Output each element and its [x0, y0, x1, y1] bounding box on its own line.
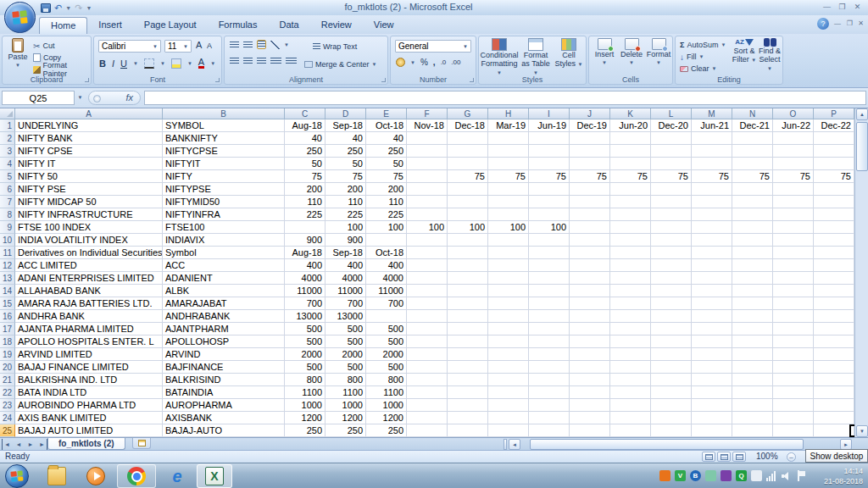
- cell-P22[interactable]: [814, 386, 854, 399]
- cell-N9[interactable]: [732, 221, 773, 234]
- cell-M15[interactable]: [692, 297, 732, 310]
- cell-D14[interactable]: 11000: [326, 285, 366, 297]
- cell-E16[interactable]: [366, 310, 407, 323]
- undo-icon[interactable]: ↶: [54, 2, 62, 14]
- cell-J7[interactable]: [570, 196, 610, 208]
- qat-customize-icon[interactable]: ▼: [86, 5, 92, 11]
- cell-C23[interactable]: 1000: [285, 399, 326, 412]
- cell-G20[interactable]: [448, 361, 488, 374]
- cell-B15[interactable]: AMARAJABAT: [163, 297, 285, 310]
- cell-F18[interactable]: [407, 336, 448, 348]
- tab-home[interactable]: Home: [39, 17, 87, 34]
- cell-A4[interactable]: NIFTY IT: [15, 158, 163, 170]
- cell-I16[interactable]: [529, 310, 570, 323]
- cell-K12[interactable]: [610, 259, 651, 272]
- cell-F25[interactable]: [407, 424, 448, 437]
- cell-M14[interactable]: [692, 285, 732, 297]
- cell-O16[interactable]: [773, 310, 814, 323]
- cell-P3[interactable]: [814, 145, 854, 158]
- cell-L7[interactable]: [651, 196, 692, 208]
- cell-A7[interactable]: NIFTY MIDCAP 50: [15, 196, 163, 208]
- cell-J20[interactable]: [570, 361, 610, 374]
- row-header-4[interactable]: 4: [0, 158, 15, 170]
- zoom-out-icon[interactable]: –: [787, 452, 796, 462]
- cell-A11[interactable]: Derivatives on Individual Securities: [15, 247, 163, 259]
- cell-O18[interactable]: [773, 336, 814, 348]
- cell-P2[interactable]: [814, 132, 854, 145]
- cell-F13[interactable]: [407, 272, 448, 285]
- cell-I6[interactable]: [529, 183, 570, 196]
- cell-L14[interactable]: [651, 285, 692, 297]
- cell-E9[interactable]: 100: [366, 221, 407, 234]
- cell-P6[interactable]: [814, 183, 854, 196]
- italic-button[interactable]: I: [112, 58, 114, 69]
- cell-G18[interactable]: [448, 336, 488, 348]
- tab-split-handle[interactable]: [504, 439, 507, 450]
- align-bottom-button[interactable]: [257, 40, 266, 49]
- col-header-A[interactable]: A: [15, 108, 163, 119]
- cell-M12[interactable]: [692, 259, 732, 272]
- cell-D25[interactable]: 250: [326, 424, 366, 437]
- cell-E18[interactable]: 500: [366, 336, 407, 348]
- cell-I21[interactable]: [529, 374, 570, 386]
- cell-I7[interactable]: [529, 196, 570, 208]
- cell-C18[interactable]: 500: [285, 336, 326, 348]
- cell-H13[interactable]: [488, 272, 529, 285]
- first-sheet-icon[interactable]: ◄: [2, 439, 12, 450]
- cell-P23[interactable]: [814, 399, 854, 412]
- cell-O2[interactable]: [773, 132, 814, 145]
- cell-K10[interactable]: [610, 234, 651, 247]
- cell-G14[interactable]: [448, 285, 488, 297]
- cell-J3[interactable]: [570, 145, 610, 158]
- cell-M21[interactable]: [692, 374, 732, 386]
- cell-D3[interactable]: 250: [326, 145, 366, 158]
- cell-B23[interactable]: AUROPHARMA: [163, 399, 285, 412]
- cell-M4[interactable]: [692, 158, 732, 170]
- cell-A13[interactable]: ADANI ENTERPRISES LIMITED: [15, 272, 163, 285]
- cell-K4[interactable]: [610, 158, 651, 170]
- cell-B7[interactable]: NIFTYMID50: [163, 196, 285, 208]
- network-icon[interactable]: [766, 471, 777, 481]
- cut-button[interactable]: ✂Cut: [33, 40, 91, 52]
- cell-P25[interactable]: [814, 424, 854, 437]
- tab-insert[interactable]: Insert: [87, 17, 133, 34]
- cell-G17[interactable]: [448, 323, 488, 336]
- cell-N7[interactable]: [732, 196, 773, 208]
- cell-F8[interactable]: [407, 208, 448, 221]
- align-top-button[interactable]: [230, 42, 239, 48]
- cell-M7[interactable]: [692, 196, 732, 208]
- merge-center-button[interactable]: Merge & Center ▼: [304, 58, 376, 70]
- cell-H21[interactable]: [488, 374, 529, 386]
- cell-D11[interactable]: Sep-18: [326, 247, 366, 259]
- cell-N1[interactable]: Dec-21: [732, 119, 773, 132]
- cell-P11[interactable]: [814, 247, 854, 259]
- cell-E11[interactable]: Oct-18: [366, 247, 407, 259]
- cell-H3[interactable]: [488, 145, 529, 158]
- percent-style-button[interactable]: %: [420, 58, 428, 67]
- cell-F10[interactable]: [407, 234, 448, 247]
- cell-P10[interactable]: [814, 234, 854, 247]
- cell-I3[interactable]: [529, 145, 570, 158]
- cell-N21[interactable]: [732, 374, 773, 386]
- cell-G15[interactable]: [448, 297, 488, 310]
- decrease-decimal-button[interactable]: .00: [451, 58, 460, 66]
- cell-C3[interactable]: 250: [285, 145, 326, 158]
- cell-I14[interactable]: [529, 285, 570, 297]
- cell-E8[interactable]: 225: [366, 208, 407, 221]
- cell-B10[interactable]: INDIAVIX: [163, 234, 285, 247]
- cell-H8[interactable]: [488, 208, 529, 221]
- col-header-C[interactable]: C: [285, 108, 326, 119]
- cell-M1[interactable]: Jun-21: [692, 119, 732, 132]
- cell-B12[interactable]: ACC: [163, 259, 285, 272]
- cell-B6[interactable]: NIFTYPSE: [163, 183, 285, 196]
- cell-N14[interactable]: [732, 285, 773, 297]
- scroll-left-icon[interactable]: ◄: [509, 439, 520, 450]
- tab-view[interactable]: View: [363, 17, 405, 34]
- cell-J14[interactable]: [570, 285, 610, 297]
- cell-D20[interactable]: 500: [326, 361, 366, 374]
- cell-E6[interactable]: 200: [366, 183, 407, 196]
- cell-M23[interactable]: [692, 399, 732, 412]
- cell-B3[interactable]: NIFTYCPSE: [163, 145, 285, 158]
- cell-I18[interactable]: [529, 336, 570, 348]
- cell-M25[interactable]: [692, 424, 732, 437]
